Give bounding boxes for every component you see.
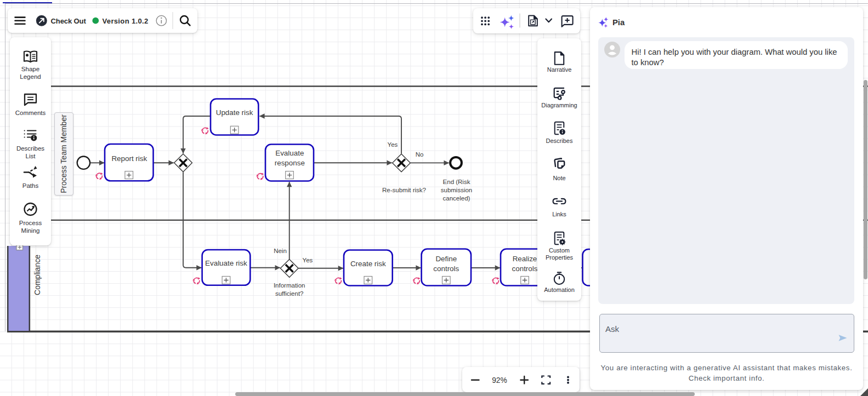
svg-text:End (Risk: End (Risk (443, 179, 470, 185)
svg-text:Define: Define (435, 255, 457, 263)
svg-text:Mining: Mining (21, 227, 40, 234)
svg-text:Nein: Nein (274, 248, 287, 254)
svg-text:Describes: Describes (546, 137, 573, 144)
svg-text:Process: Process (19, 220, 42, 226)
svg-text:No: No (416, 151, 424, 158)
svg-text:Version 1.0.2: Version 1.0.2 (103, 17, 149, 25)
svg-text:Properties: Properties (546, 254, 574, 261)
svg-text:controls: controls (433, 265, 459, 273)
svg-text:Comments: Comments (15, 110, 46, 116)
svg-text:Yes: Yes (388, 141, 398, 148)
svg-text:Update risk: Update risk (216, 108, 253, 117)
svg-text:Diagramming: Diagramming (541, 102, 577, 108)
svg-text:Realize: Realize (513, 255, 537, 263)
svg-text:Links: Links (552, 210, 566, 217)
svg-text:Paths: Paths (22, 182, 39, 189)
svg-text:Note: Note (553, 175, 565, 181)
svg-text:Narrative: Narrative (547, 66, 572, 72)
svg-text:Shape: Shape (21, 66, 39, 72)
svg-text:Compliance: Compliance (33, 255, 42, 295)
svg-text:Create risk: Create risk (350, 260, 386, 268)
svg-text:Check Out: Check Out (51, 17, 87, 25)
svg-text:List: List (26, 153, 36, 159)
svg-text:submission: submission (441, 187, 473, 193)
svg-text:sufficient?: sufficient? (275, 290, 304, 297)
svg-text:Yes: Yes (303, 257, 313, 263)
svg-text:Re-submit risk?: Re-submit risk? (382, 187, 426, 193)
svg-text:Evaluate risk: Evaluate risk (205, 259, 247, 267)
svg-text:response: response (275, 159, 305, 167)
svg-text:canceled): canceled) (443, 195, 470, 202)
svg-text:Describes: Describes (16, 145, 44, 152)
svg-text:Report risk: Report risk (111, 154, 147, 163)
svg-text:Information: Information (274, 282, 305, 289)
svg-text:controls: controls (512, 265, 538, 273)
svg-text:Automation: Automation (544, 286, 575, 292)
svg-text:Custom: Custom (549, 246, 570, 253)
svg-text:Evaluate: Evaluate (275, 149, 304, 157)
svg-text:Legend: Legend (20, 73, 41, 80)
svg-text:92%: 92% (492, 376, 507, 384)
